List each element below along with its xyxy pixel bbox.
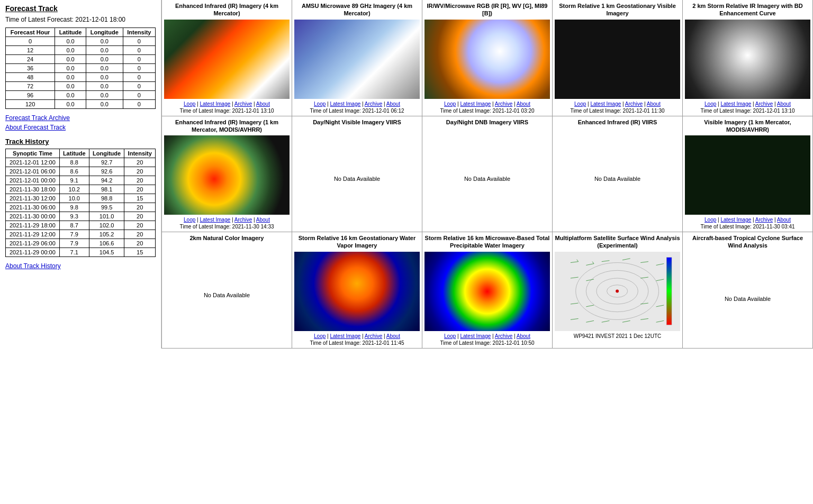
forecast-lat: 0.0 [55,37,86,46]
cell-title-vis1km: Visible Imagery (1 km Mercator, MODIS/AV… [685,118,810,134]
cell-link-latest-image-stormrel16tpw[interactable]: Latest Image [460,333,491,339]
cell-links-stormrel1km: Loop | Latest Image | Archive | About [574,101,661,107]
cell-link-loop-stormrel16tpw[interactable]: Loop [444,333,456,339]
cell-link-about-stormrel2km[interactable]: About [777,101,791,107]
cell-link-loop-vis1km[interactable]: Loop [704,217,716,223]
cell-link-about-stormrel16wv[interactable]: About [386,333,400,339]
history-lon: 94.2 [89,176,124,185]
cell-link-latest-image-ir1km[interactable]: Latest Image [200,217,230,223]
cell-link-about-vis1km[interactable]: About [777,217,791,223]
history-time: 2021-12-01 12:00 [6,158,60,167]
cell-link-archive-irwvrgb[interactable]: Archive [495,101,512,107]
cell-link-about-stormrel16tpw[interactable]: About [517,333,530,339]
cell-link-loop-stormrel2km[interactable]: Loop [704,101,716,107]
cell-link-loop-ir4km[interactable]: Loop [184,101,195,107]
cell-link-loop-amsu89[interactable]: Loop [314,101,326,107]
cell-link-loop-irwvrgb[interactable]: Loop [444,101,456,107]
cell-link-archive-ir1km[interactable]: Archive [234,217,252,223]
history-row: 2021-11-29 06:00 7.9 106.6 20 [6,239,156,248]
cell-link-archive-stormrel2km[interactable]: Archive [755,101,773,107]
forecast-col-hour: Forecast Hour [6,28,55,37]
cell-links-stormrel16tpw: Loop | Latest Image | Archive | About [444,333,530,339]
cell-link-about-stormrel1km[interactable]: About [647,101,661,107]
history-time: 2021-11-30 12:00 [6,194,60,203]
history-row: 2021-11-29 00:00 7.1 104.5 15 [6,248,156,257]
cell-timestamp-irwvrgb: Time of Latest Image: 2021-12-01 03:20 [440,108,534,114]
history-lon: 99.5 [89,203,124,212]
forecast-lon: 0.0 [86,37,123,46]
history-time: 2021-11-29 18:00 [6,221,60,230]
history-lat: 7.1 [59,248,89,257]
history-time: 2021-11-29 12:00 [6,230,60,239]
history-lat: 10.0 [59,194,89,203]
forecast-intensity: 0 [123,82,155,91]
cell-link-loop-stormrel1km[interactable]: Loop [574,101,586,107]
latest-forecast-label: Time of Latest Forecast: 2021-12-01 18:0… [5,16,156,23]
cell-link-about-ir4km[interactable]: About [256,101,270,107]
forecast-row: 48 0.0 0.0 0 [6,73,156,82]
forecast-hour: 96 [6,91,55,100]
cell-image-ir4km [164,20,290,99]
forecast-archive-link[interactable]: Forecast Track Archive [5,114,156,122]
about-history-link[interactable]: About Track History [5,262,156,270]
cell-title-stormrel16tpw: Storm Relative 16 km Microwave-Based Tot… [424,234,550,250]
cell-link-latest-image-stormrel16wv[interactable]: Latest Image [330,333,360,339]
cell-nodata-daynight-dnb: No Data Available [464,133,510,224]
cell-link-latest-image-ir4km[interactable]: Latest Image [200,101,230,107]
grid-cell-ir1km: Enhanced Infrared (IR) Imagery (1 km Mer… [162,116,292,233]
grid-cell-ir-viirs: Enhanced Infrared (IR) VIIRSNo Data Avai… [553,116,683,233]
forecast-hour: 36 [6,64,55,73]
cell-link-archive-ir4km[interactable]: Archive [234,101,252,107]
forecast-lat: 0.0 [55,46,86,55]
history-row: 2021-11-29 18:00 8.7 102.0 20 [6,221,156,230]
history-time: 2021-11-30 00:00 [6,212,60,221]
grid-cell-nat2km: 2km Natural Color ImageryNo Data Availab… [162,232,292,349]
history-lat: 8.7 [59,221,89,230]
history-lon: 92.6 [89,167,124,176]
forecast-table: Forecast Hour Latitude Longitude Intensi… [5,28,156,109]
cell-link-about-irwvrgb[interactable]: About [517,101,530,107]
about-forecast-link[interactable]: About Forecast Track [5,124,156,131]
cell-link-archive-vis1km[interactable]: Archive [755,217,773,223]
cell-timestamp-stormrel2km: Time of Latest Image: 2021-12-01 13:10 [700,108,794,114]
history-lat: 8.8 [59,158,89,167]
history-time: 2021-11-29 06:00 [6,239,60,248]
cell-nodata-daynight-vis: No Data Available [334,133,380,224]
grid-cell-stormrel16wv: Storm Relative 16 km Geostationary Water… [292,232,422,349]
cell-link-latest-image-vis1km[interactable]: Latest Image [720,217,751,223]
history-intensity: 20 [124,212,156,221]
cell-title-ir4km: Enhanced Infrared (IR) Imagery (4 km Mer… [164,2,290,17]
history-lon: 98.1 [89,185,124,194]
cell-link-archive-amsu89[interactable]: Archive [365,101,382,107]
forecast-row: 72 0.0 0.0 0 [6,82,156,91]
history-lon: 105.2 [89,230,124,239]
cell-title-aircraft-wind: Aircraft-based Tropical Cyclone Surface … [685,234,810,250]
sidebar-title: Forecast Track [5,4,156,13]
forecast-hour: 72 [6,82,55,91]
cell-title-irwvrgb: IR/WV/Microwave RGB (IR [R], WV [G], MI8… [424,2,550,17]
cell-link-latest-image-irwvrgb[interactable]: Latest Image [460,101,491,107]
cell-link-about-amsu89[interactable]: About [386,101,400,107]
cell-links-stormrel16wv: Loop | Latest Image | Archive | About [314,333,400,339]
cell-nodata-nat2km: No Data Available [204,249,250,340]
history-lat: 9.1 [59,176,89,185]
forecast-row: 12 0.0 0.0 0 [6,46,156,55]
history-time: 2021-12-01 06:00 [6,167,60,176]
cell-title-stormrel1km: Storm Relative 1 km Geostationary Visibl… [555,2,680,17]
cell-link-archive-stormrel1km[interactable]: Archive [625,101,643,107]
history-lon: 106.6 [89,239,124,248]
cell-link-latest-image-stormrel1km[interactable]: Latest Image [590,101,621,107]
history-lon: 98.8 [89,194,124,203]
cell-link-about-ir1km[interactable]: About [256,217,270,223]
cell-link-archive-stormrel16wv[interactable]: Archive [365,333,382,339]
cell-link-loop-stormrel16wv[interactable]: Loop [314,333,326,339]
history-time: 2021-11-29 00:00 [6,248,60,257]
cell-link-latest-image-amsu89[interactable]: Latest Image [330,101,360,107]
history-intensity: 15 [124,248,156,257]
cell-link-loop-ir1km[interactable]: Loop [184,217,195,223]
forecast-row: 36 0.0 0.0 0 [6,64,156,73]
cell-link-latest-image-stormrel2km[interactable]: Latest Image [720,101,751,107]
history-row: 2021-11-29 12:00 7.9 105.2 20 [6,230,156,239]
cell-timestamp-amsu89: Time of Latest Image: 2021-12-01 06:12 [310,108,404,114]
cell-link-archive-stormrel16tpw[interactable]: Archive [495,333,512,339]
